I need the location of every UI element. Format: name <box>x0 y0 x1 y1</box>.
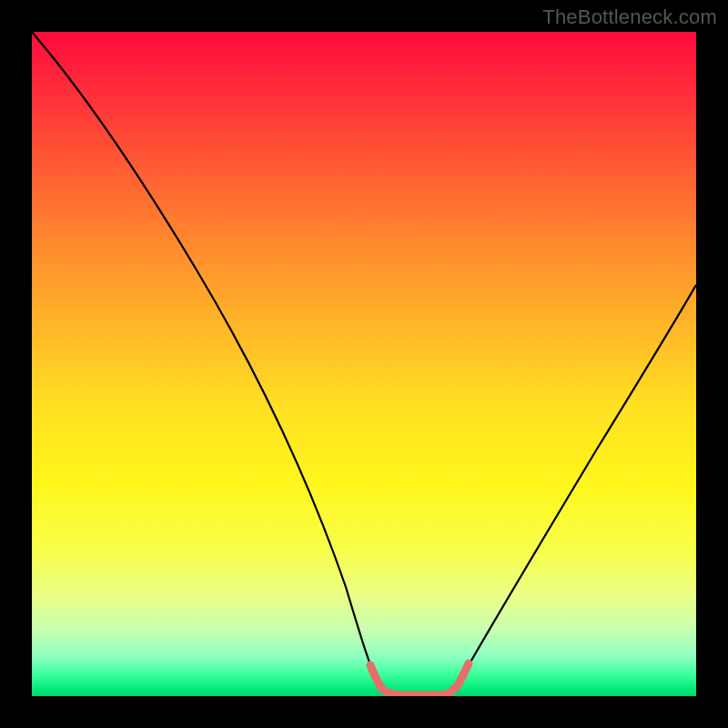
bottleneck-curve <box>32 32 696 696</box>
plot-area <box>32 32 696 696</box>
watermark-text: TheBottleneck.com <box>542 5 717 29</box>
chart-frame: TheBottleneck.com <box>0 0 728 728</box>
curve-path <box>32 32 696 695</box>
trough-marker <box>370 663 469 695</box>
